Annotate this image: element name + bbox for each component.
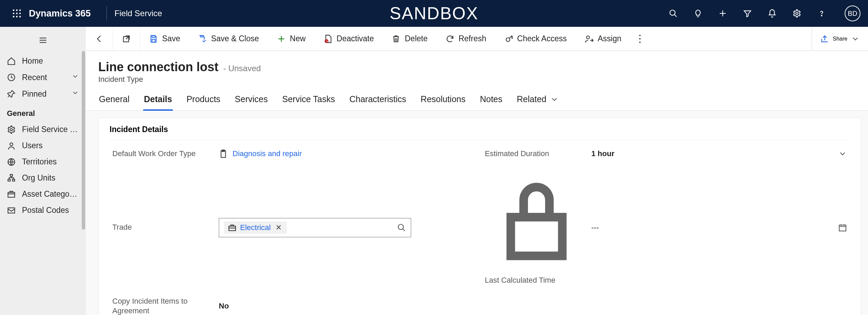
page-header: Line connection lost - Unsaved Incident … <box>86 51 868 84</box>
sidebar-item-label: Users <box>22 141 79 150</box>
search-icon[interactable] <box>669 9 678 18</box>
open-in-new-button[interactable] <box>113 27 140 51</box>
lookup-link[interactable]: Diagnosis and repair <box>233 149 302 158</box>
check-access-icon <box>504 34 513 43</box>
svg-point-9 <box>670 10 675 15</box>
field-value-datetime: --- <box>591 223 847 232</box>
field-label: Default Work Order Type <box>112 149 219 159</box>
svg-line-10 <box>674 14 677 17</box>
new-label: New <box>290 34 306 43</box>
svg-point-43 <box>398 224 403 229</box>
svg-rect-42 <box>229 226 236 230</box>
svg-point-7 <box>16 16 18 18</box>
sidebar-item-label: Field Service Setti... <box>22 125 79 134</box>
sidebar-scrollbar[interactable] <box>82 51 85 315</box>
chevron-down-icon[interactable] <box>838 149 847 158</box>
tab-products[interactable]: Products <box>186 92 221 110</box>
sidebar-item-label: Org Units <box>22 173 79 183</box>
lightbulb-icon[interactable] <box>694 9 702 18</box>
share-button[interactable]: Share <box>812 27 868 51</box>
svg-rect-36 <box>8 179 10 181</box>
field-value-duration[interactable]: 1 hour <box>591 149 847 158</box>
new-button[interactable]: New <box>268 27 315 51</box>
tab-resolutions[interactable]: Resolutions <box>420 92 466 110</box>
svg-point-28 <box>639 35 641 36</box>
sidebar-item-recent[interactable]: Recent <box>0 69 86 86</box>
search-icon[interactable] <box>397 223 406 232</box>
plus-icon[interactable] <box>718 9 727 18</box>
brand-label[interactable]: Dynamics 365 <box>27 8 99 19</box>
delete-button[interactable]: Delete <box>383 27 436 51</box>
sidebar-item-label: Postal Codes <box>22 206 79 215</box>
tab-general[interactable]: General <box>98 92 130 110</box>
sidebar-item-home[interactable]: Home <box>0 53 86 69</box>
svg-rect-37 <box>12 179 15 181</box>
sidebar-item-org-units[interactable]: Org Units <box>0 170 86 186</box>
share-icon <box>820 34 829 43</box>
svg-point-0 <box>13 9 14 11</box>
field-trade: Trade Electrical ✕ <box>112 170 475 285</box>
bell-icon[interactable] <box>768 9 777 18</box>
sidebar-item-territories[interactable]: Territories <box>0 154 86 170</box>
save-close-button[interactable]: Save & Close <box>189 27 268 51</box>
deactivate-button[interactable]: Deactivate <box>315 27 383 51</box>
sidebar-group-general: General <box>0 102 86 121</box>
sidebar-item-label: Home <box>22 56 79 66</box>
svg-point-32 <box>10 128 13 131</box>
tab-service-tasks[interactable]: Service Tasks <box>281 92 336 110</box>
sidebar-item-label: Asset Categories <box>22 189 79 199</box>
refresh-button[interactable]: Refresh <box>437 27 495 51</box>
sidebar-item-fs-settings[interactable]: Field Service Setti... <box>0 121 86 138</box>
trash-icon <box>392 34 401 43</box>
chevron-down-icon <box>71 89 79 99</box>
save-icon <box>149 34 158 43</box>
refresh-label: Refresh <box>459 34 486 43</box>
field-default-wo-type: Default Work Order Type Diagnosis and re… <box>112 149 475 159</box>
more-commands-button[interactable] <box>630 27 650 51</box>
globe-icon <box>7 158 16 166</box>
svg-point-29 <box>639 38 641 40</box>
sidebar-item-label: Territories <box>22 157 79 166</box>
sidebar-item-users[interactable]: Users <box>0 138 86 154</box>
svg-point-27 <box>586 36 589 39</box>
save-button[interactable]: Save <box>140 27 189 51</box>
share-label: Share <box>833 36 847 42</box>
deactivate-icon <box>324 34 332 43</box>
gear-icon[interactable] <box>792 9 801 18</box>
app-launcher-icon[interactable] <box>6 9 27 18</box>
tab-details[interactable]: Details <box>143 92 173 110</box>
filter-icon[interactable] <box>743 9 752 18</box>
sidebar-item-pinned[interactable]: Pinned <box>0 86 86 102</box>
sidebar-item-asset-categories[interactable]: Asset Categories <box>0 186 86 202</box>
field-value-bool[interactable]: No <box>219 302 475 311</box>
field-label: Trade <box>112 222 219 232</box>
hamburger-icon[interactable] <box>38 36 47 45</box>
back-button[interactable] <box>86 27 113 51</box>
save-label: Save <box>162 34 180 43</box>
sidebar-item-postal-codes[interactable]: Postal Codes <box>0 202 86 218</box>
calendar-icon[interactable] <box>838 223 847 232</box>
save-close-icon <box>198 34 207 43</box>
avatar[interactable]: BD <box>845 6 860 21</box>
field-label: Estimated Duration <box>485 149 591 159</box>
svg-rect-39 <box>8 208 15 213</box>
svg-point-2 <box>19 9 21 11</box>
svg-point-3 <box>13 13 14 14</box>
svg-point-30 <box>639 42 641 43</box>
trade-lookup-input[interactable]: Electrical ✕ <box>219 218 411 237</box>
tab-services[interactable]: Services <box>234 92 269 110</box>
incident-details-section: Incident Details Default Work Order Type… <box>98 118 861 315</box>
app-name[interactable]: Field Service <box>114 9 162 18</box>
tab-characteristics[interactable]: Characteristics <box>349 92 407 110</box>
svg-point-6 <box>13 16 14 18</box>
help-icon[interactable] <box>817 9 826 18</box>
remove-tag-icon[interactable]: ✕ <box>274 223 283 232</box>
field-value-lookup[interactable]: Diagnosis and repair <box>219 149 475 158</box>
assign-button[interactable]: Assign <box>576 27 630 51</box>
tab-related[interactable]: Related <box>516 92 560 110</box>
tab-notes[interactable]: Notes <box>479 92 503 110</box>
check-access-button[interactable]: Check Access <box>495 27 576 51</box>
lookup-tag[interactable]: Electrical ✕ <box>224 221 287 234</box>
save-close-label: Save & Close <box>211 34 259 43</box>
lookup-tag-label: Electrical <box>240 223 271 232</box>
